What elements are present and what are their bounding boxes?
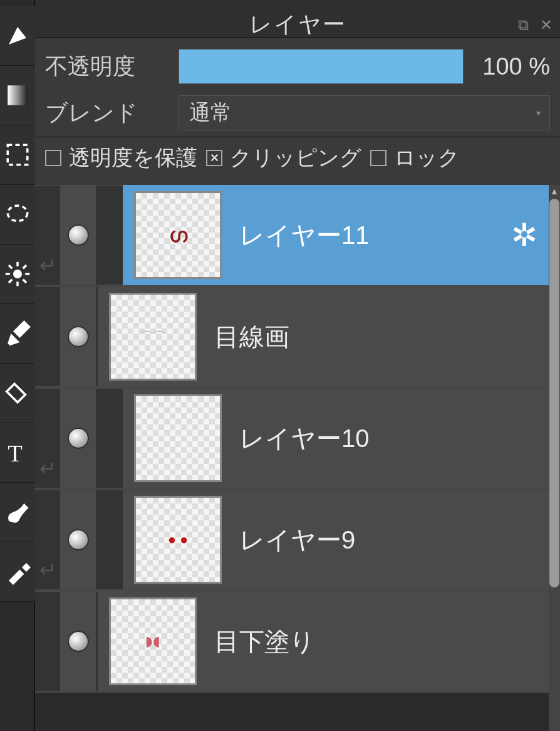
layer-row[interactable]: ↵ ● ● レイヤー9 [35,490,549,591]
tool-text[interactable]: T [0,423,35,483]
layer-thumbnail: ഗ [134,191,222,279]
visibility-toggle[interactable] [68,428,89,449]
layer-name: レイヤー9 [239,523,537,557]
svg-point-3 [13,270,22,278]
tool-sidebar: T [0,0,35,731]
clipping-checkbox[interactable]: クリッピング [206,144,361,172]
svg-line-11 [23,265,26,268]
layers-panel: レイヤー ⧉ ✕ 不透明度 100 % ブレンド 通常 透明度を保護 クリッピン [35,0,560,731]
layer-flags: 透明度を保護 クリッピング ロック [35,137,560,185]
tool-brightness[interactable] [0,245,35,304]
layer-name: レイヤー10 [239,421,537,456]
layer-row[interactable]: ↵ レイヤー10 [35,388,549,490]
panel-header: レイヤー ⧉ ✕ [35,0,560,38]
layer-row[interactable]: ↵ ഗ レイヤー11 ✲ [35,185,549,287]
opacity-label: 不透明度 [45,51,167,82]
popout-icon[interactable]: ⧉ [518,16,529,34]
gear-icon[interactable]: ✲ [511,217,537,253]
layer-thumbnail [134,394,222,482]
svg-rect-12 [7,384,26,402]
visibility-toggle[interactable] [68,326,89,347]
svg-rect-1 [8,145,28,165]
blend-mode-select[interactable]: 通常 [179,95,550,130]
tool-eraser[interactable] [0,364,35,423]
layer-thumbnail: ⌒⌒ [109,293,197,381]
clip-indicator: ↵ [35,186,60,285]
layer-thumbnail: ● ● [134,496,222,584]
layer-row[interactable]: ⌒⌒ 目線画 [35,287,549,388]
checkbox-icon [370,150,386,166]
close-icon[interactable]: ✕ [540,16,552,34]
clip-indicator: ↵ [35,389,60,488]
scroll-thumb[interactable] [549,199,559,587]
tool-eyedropper[interactable] [0,542,35,602]
layer-controls: 不透明度 100 % ブレンド 通常 [35,38,560,137]
svg-point-2 [8,206,28,221]
svg-text:T: T [8,440,23,466]
visibility-toggle[interactable] [68,631,89,652]
svg-line-9 [23,280,26,283]
clip-indicator [35,592,60,691]
tool-pencil[interactable] [0,304,35,364]
opacity-value: 100 % [475,53,550,80]
layers-scrollbar[interactable]: ▲ [549,185,560,731]
svg-line-8 [9,265,12,268]
lock-checkbox[interactable]: ロック [370,144,460,172]
scroll-up-icon[interactable]: ▲ [549,186,560,196]
checkbox-icon [45,150,61,166]
layer-name: 目線画 [214,320,537,354]
layer-name: 目下塗り [214,624,537,659]
tool-rect-select[interactable] [0,125,35,185]
panel-title: レイヤー [249,9,346,40]
tool-fill[interactable] [0,6,35,66]
tool-brush[interactable] [0,483,35,542]
layer-name: レイヤー11 [239,218,494,253]
layers-area: ↵ ഗ レイヤー11 ✲ ⌒⌒ 目線画 ↵ [35,185,560,731]
layer-row[interactable]: ◗◖ 目下塗り [35,591,549,693]
opacity-slider[interactable] [179,49,464,84]
layers-list: ↵ ഗ レイヤー11 ✲ ⌒⌒ 目線画 ↵ [35,185,549,731]
visibility-toggle[interactable] [68,224,89,246]
protect-opacity-checkbox[interactable]: 透明度を保護 [45,144,197,172]
tool-lasso-select[interactable] [0,185,35,245]
clip-indicator [35,287,60,386]
svg-line-10 [9,280,12,283]
visibility-toggle[interactable] [68,529,89,550]
clip-indicator: ↵ [35,490,60,589]
blend-label: ブレンド [45,98,167,129]
tool-gradient[interactable] [0,66,35,125]
svg-rect-0 [8,85,28,105]
layer-thumbnail: ◗◖ [109,597,197,685]
checkbox-icon [206,150,222,166]
